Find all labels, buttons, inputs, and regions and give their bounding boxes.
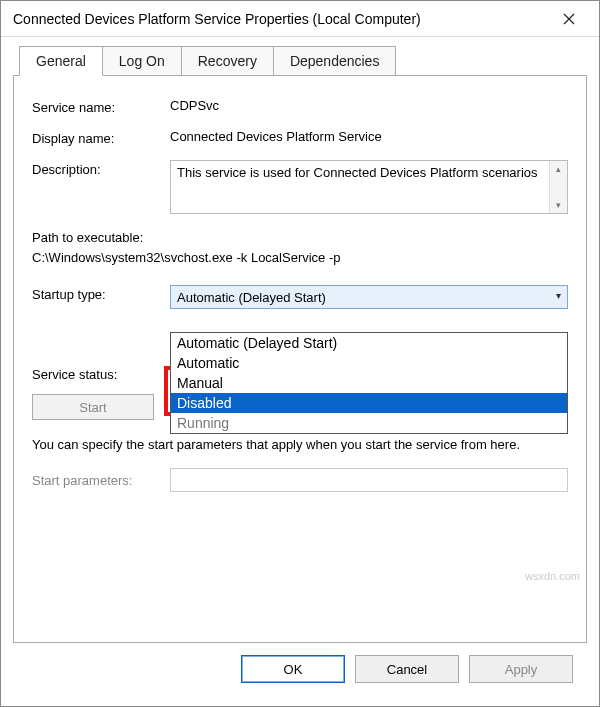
- tab-panel-general: Service name: CDPSvc Display name: Conne…: [13, 75, 587, 643]
- apply-button: Apply: [469, 655, 573, 683]
- cancel-button[interactable]: Cancel: [355, 655, 459, 683]
- start-parameters-input: [170, 468, 568, 492]
- description-text: This service is used for Connected Devic…: [177, 165, 538, 180]
- start-parameters-label: Start parameters:: [32, 473, 160, 488]
- tab-general[interactable]: General: [19, 46, 103, 76]
- service-name-label: Service name:: [32, 98, 170, 115]
- startup-type-select[interactable]: Automatic (Delayed Start) ▾: [170, 285, 568, 309]
- help-text: You can specify the start parameters tha…: [32, 436, 568, 454]
- scroll-up-icon[interactable]: ▴: [550, 161, 567, 177]
- dialog-footer: OK Cancel Apply: [13, 643, 587, 683]
- service-name-value: CDPSvc: [170, 98, 568, 113]
- option-automatic[interactable]: Automatic: [171, 353, 567, 373]
- path-value: C:\Windows\system32\svchost.exe -k Local…: [32, 248, 568, 268]
- startup-type-selected: Automatic (Delayed Start): [177, 290, 326, 305]
- service-status-label: Service status:: [32, 367, 170, 382]
- path-label: Path to executable:: [32, 228, 568, 248]
- tab-strip: General Log On Recovery Dependencies: [19, 45, 587, 75]
- description-box: This service is used for Connected Devic…: [170, 160, 568, 214]
- start-button: Start: [32, 394, 154, 420]
- close-button[interactable]: [547, 4, 591, 34]
- watermark: wsxdn.com: [525, 570, 580, 582]
- title-bar: Connected Devices Platform Service Prope…: [1, 1, 599, 37]
- option-auto-delayed[interactable]: Automatic (Delayed Start): [171, 333, 567, 353]
- window-title: Connected Devices Platform Service Prope…: [13, 11, 547, 27]
- tab-recovery[interactable]: Recovery: [182, 46, 274, 76]
- startup-type-dropdown[interactable]: Automatic (Delayed Start) Automatic Manu…: [170, 332, 568, 434]
- ok-button[interactable]: OK: [241, 655, 345, 683]
- display-name-label: Display name:: [32, 129, 170, 146]
- option-manual[interactable]: Manual: [171, 373, 567, 393]
- status-under-dropdown: Running: [171, 413, 567, 433]
- chevron-down-icon: ▾: [556, 290, 561, 301]
- option-disabled[interactable]: Disabled: [171, 393, 567, 413]
- display-name-value: Connected Devices Platform Service: [170, 129, 568, 144]
- scroll-down-icon[interactable]: ▾: [550, 197, 567, 213]
- description-label: Description:: [32, 160, 170, 177]
- close-icon: [563, 13, 575, 25]
- tab-dependencies[interactable]: Dependencies: [274, 46, 397, 76]
- startup-type-label: Startup type:: [32, 285, 170, 302]
- tab-logon[interactable]: Log On: [103, 46, 182, 76]
- description-scrollbar[interactable]: ▴ ▾: [549, 161, 567, 213]
